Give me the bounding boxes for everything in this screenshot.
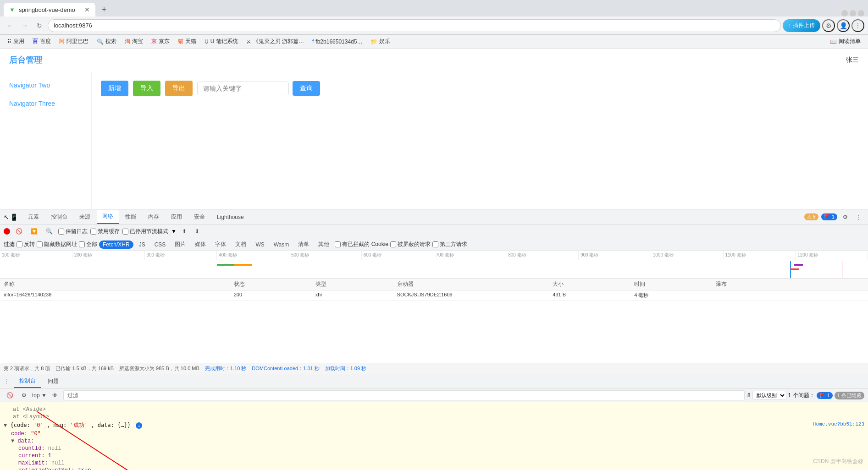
header-status[interactable]: 状态 [230, 280, 312, 288]
invert-checkbox-label[interactable]: 反转 [17, 240, 35, 248]
extensions-btn[interactable]: ⚙ [822, 19, 835, 32]
level-select-dropdown[interactable]: 默认级别 [752, 391, 786, 400]
upload-har-btn[interactable]: ⬆ [179, 227, 189, 236]
menu-btn[interactable]: ⋮ [851, 19, 864, 32]
window-maximize-btn[interactable] [850, 10, 856, 16]
devtools-more-btn[interactable]: ⋮ [853, 213, 864, 222]
sidebar-item-navigator-three[interactable]: Navigator Three [0, 94, 91, 113]
console-filter-btn[interactable]: ⚙ [19, 391, 29, 400]
window-close-btn[interactable] [858, 10, 864, 16]
search-input[interactable] [197, 82, 289, 95]
bookmark-ali[interactable]: 阿 阿里巴巴 [55, 37, 92, 46]
filter-ws[interactable]: WS [252, 240, 268, 249]
devtools-settings-btn[interactable]: ⚙ [840, 213, 851, 222]
all-checkbox-label[interactable]: 全部 [79, 240, 97, 248]
refresh-btn[interactable]: ↻ [33, 19, 46, 32]
header-type[interactable]: 类型 [312, 280, 393, 288]
filter-css[interactable]: CSS [151, 240, 170, 249]
bookmark-fb[interactable]: f fb2b16650134d5… [309, 38, 366, 46]
filter-manifest[interactable]: 清单 [294, 240, 313, 249]
all-checkbox[interactable] [79, 241, 85, 247]
profile-btn[interactable]: 👤 [837, 19, 850, 32]
new-tab-btn[interactable]: + [97, 3, 111, 16]
header-name[interactable]: 名称 [0, 280, 230, 288]
blocked-req-label[interactable]: 被屏蔽的请求 [390, 240, 431, 248]
source-link[interactable]: Home.vue?bb51:123 [813, 421, 864, 427]
tab-lighthouse[interactable]: Lighthouse [211, 211, 249, 223]
third-party-label[interactable]: 第三方请求 [432, 240, 467, 248]
tab-sources[interactable]: 来源 [74, 210, 96, 224]
back-btn[interactable]: ← [4, 19, 17, 32]
upload-plugin-btn[interactable]: ↑ 插件上传 [783, 19, 820, 32]
bookmark-baidu[interactable]: 百 百度 [29, 37, 55, 46]
disable-cache-checkbox[interactable] [90, 229, 96, 235]
bookmark-notes[interactable]: U U 笔记系统 [201, 37, 242, 46]
blocked-cookie-label[interactable]: 有已拦截的 Cookie [335, 240, 388, 248]
bookmark-jd[interactable]: 京 京东 [148, 37, 173, 46]
bookmark-taobao[interactable]: 淘 淘宝 [121, 37, 147, 46]
filter-wasm[interactable]: Wasm [270, 240, 293, 249]
tab-security[interactable]: 安全 [188, 210, 210, 224]
network-row[interactable]: infor=16426/1140238 200 xhr SOCKJS:JS79D… [0, 290, 868, 301]
filter-btn[interactable]: 🔽 [28, 227, 40, 236]
third-party-checkbox[interactable] [432, 241, 438, 247]
filter-js[interactable]: JS [135, 240, 149, 249]
browser-tab[interactable]: ▼ springboot-vue-demo ✕ [4, 3, 95, 16]
export-btn[interactable]: 导出 [165, 81, 193, 96]
bookmark-ghost[interactable]: ⚔ 《鬼灭之刃 游郭篇… [243, 37, 308, 46]
console-filter-input[interactable] [63, 390, 745, 400]
disable-stream-label[interactable]: 已停用节流模式 [122, 228, 168, 235]
bookmark-apps[interactable]: ⠿ 应用 [4, 37, 28, 46]
console-eye-btn[interactable]: 👁 [50, 391, 61, 400]
filter-font[interactable]: 字体 [211, 240, 230, 249]
window-minimize-btn[interactable] [841, 10, 848, 16]
tab-bottom-console[interactable]: 控制台 [14, 375, 41, 388]
preserve-log-checkbox[interactable] [58, 229, 64, 235]
tab-network[interactable]: 网络 [97, 210, 119, 224]
search-btn[interactable]: 🔍 [43, 227, 55, 236]
filter-other[interactable]: 其他 [315, 240, 333, 249]
forward-btn[interactable]: → [18, 19, 31, 32]
preserve-log-label[interactable]: 保留日志 [58, 228, 88, 235]
record-btn[interactable] [4, 228, 10, 235]
tab-close-btn[interactable]: ✕ [84, 6, 90, 13]
tab-elements[interactable]: 元素 [22, 210, 44, 224]
bookmark-entertainment[interactable]: 📁 娱乐 [367, 37, 394, 46]
header-waterfall[interactable]: 瀑布 [712, 280, 868, 288]
tab-memory[interactable]: 内存 [143, 210, 165, 224]
disable-stream-checkbox[interactable] [122, 229, 128, 235]
filter-doc[interactable]: 文档 [232, 240, 250, 249]
tab-console[interactable]: 控制台 [45, 210, 73, 224]
header-initiator[interactable]: 启动器 [393, 280, 549, 288]
clear-btn[interactable]: 🚫 [13, 227, 25, 236]
tab-application[interactable]: 应用 [166, 210, 188, 224]
bookmark-search[interactable]: 🔍 搜索 [93, 37, 120, 46]
blocked-cookie-checkbox[interactable] [335, 241, 341, 247]
download-har-btn[interactable]: ⬇ [192, 227, 202, 236]
hide-data-url-checkbox[interactable] [37, 241, 43, 247]
address-bar[interactable]: localhost:9876 [48, 19, 781, 32]
disable-cache-label[interactable]: 禁用缓存 [90, 228, 120, 235]
tab-performance[interactable]: 性能 [120, 210, 142, 224]
add-btn[interactable]: 新增 [101, 81, 128, 96]
tab-bottom-issues[interactable]: 问题 [42, 375, 64, 388]
filter-media[interactable]: 媒体 [191, 240, 210, 249]
filter-img[interactable]: 图片 [171, 240, 189, 249]
blocked-req-checkbox[interactable] [390, 241, 396, 247]
hide-data-url-label[interactable]: 隐藏数据网址 [37, 240, 77, 248]
devtools-mobile-icon[interactable]: 📱 [10, 213, 18, 221]
sidebar-item-navigator-two[interactable]: Navigator Two [0, 76, 91, 94]
header-time[interactable]: 时间 [630, 280, 712, 288]
console-clear-btn[interactable]: 🚫 [4, 391, 16, 400]
query-btn[interactable]: 查询 [293, 81, 320, 96]
bookmark-tianmao[interactable]: 猫 天猫 [174, 37, 200, 46]
level-dropdown-icon[interactable]: ▼ [41, 392, 47, 399]
header-size[interactable]: 大小 [549, 280, 630, 288]
devtools-cursor-icon[interactable]: ↖ [4, 213, 9, 221]
invert-checkbox[interactable] [17, 241, 22, 247]
info-icon[interactable]: i [136, 422, 142, 429]
bookmark-reading-list[interactable]: 📖 阅读清单 [826, 37, 864, 46]
throttle-dropdown[interactable]: ▼ [171, 228, 177, 235]
import-btn[interactable]: 导入 [133, 81, 160, 96]
filter-fetch-xhr[interactable]: Fetch/XHR [99, 240, 133, 249]
